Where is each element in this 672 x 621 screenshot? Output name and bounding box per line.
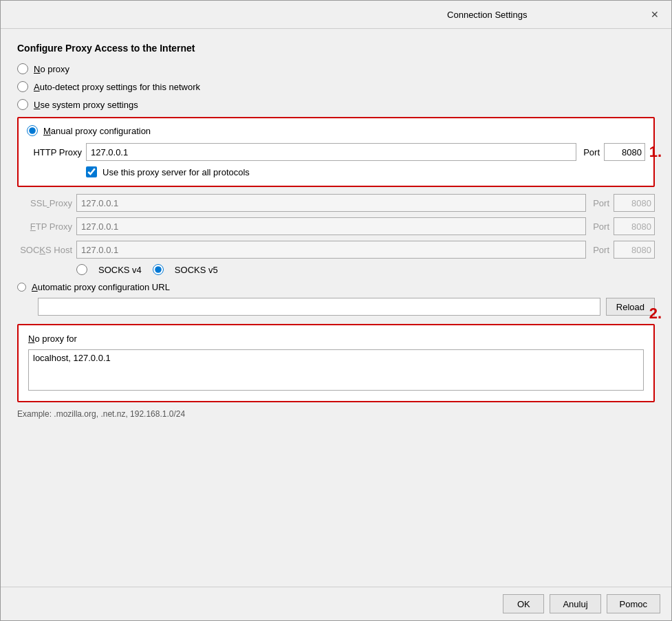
- socks-port-label: Port: [593, 245, 609, 255]
- manual-proxy-radio[interactable]: [27, 125, 38, 136]
- socks-v4-label[interactable]: SOCKS v4: [98, 265, 142, 275]
- socks-host-row: SOCKS Host Port: [17, 241, 655, 259]
- no-proxy-for-title: No proxy for: [28, 334, 644, 344]
- socks-v5-label[interactable]: SOCKS v5: [175, 265, 218, 275]
- auto-url-input[interactable]: [38, 298, 600, 316]
- auto-detect-row: Auto-detect proxy settings for this netw…: [17, 81, 655, 92]
- http-port-label: Port: [583, 147, 600, 157]
- reload-button[interactable]: Reload: [606, 298, 655, 316]
- http-port-input[interactable]: 8080: [604, 143, 645, 161]
- manual-proxy-label[interactable]: Manual proxy configuration: [43, 126, 151, 136]
- system-proxy-row: Use system proxy settings: [17, 99, 655, 110]
- socks-v4-radio[interactable]: [76, 264, 87, 275]
- http-proxy-label: HTTP Proxy: [27, 147, 82, 157]
- auto-detect-radio[interactable]: [17, 81, 28, 92]
- system-proxy-radio[interactable]: [17, 99, 28, 110]
- auto-detect-label[interactable]: Auto-detect proxy settings for this netw…: [34, 82, 200, 92]
- use-all-protocols-label[interactable]: Use this proxy server for all protocols: [102, 167, 250, 177]
- auto-url-label[interactable]: Automatic proxy configuration URL: [32, 282, 170, 292]
- no-proxy-for-textarea[interactable]: localhost, 127.0.0.1: [28, 349, 644, 391]
- http-proxy-row: HTTP Proxy 127.0.0.1 Port 8080: [27, 143, 645, 161]
- socks-version-row: SOCKS v4 SOCKS v5: [76, 264, 655, 275]
- socks-port-input[interactable]: [614, 241, 655, 259]
- dialog-title: Connection Settings: [328, 10, 647, 20]
- ftp-port-input[interactable]: [614, 217, 655, 235]
- ok-button[interactable]: OK: [503, 594, 544, 613]
- ftp-proxy-label: FTP Proxy: [17, 221, 72, 232]
- ssl-proxy-row: SSL Proxy Port: [17, 194, 655, 212]
- ftp-proxy-row: FTP Proxy Port: [17, 217, 655, 235]
- no-proxy-label[interactable]: No proxy: [34, 64, 69, 74]
- ssl-proxy-input[interactable]: [76, 194, 586, 212]
- manual-proxy-wrapper: Manual proxy configuration HTTP Proxy 12…: [17, 117, 655, 187]
- connection-settings-dialog: Connection Settings ✕ Configure Proxy Ac…: [0, 0, 672, 621]
- use-all-protocols-checkbox[interactable]: [86, 166, 97, 177]
- ssl-port-label: Port: [593, 198, 609, 208]
- ftp-port-label: Port: [593, 221, 609, 232]
- title-bar: Connection Settings ✕: [1, 1, 671, 29]
- help-button[interactable]: Pomoc: [607, 594, 660, 613]
- http-proxy-input[interactable]: 127.0.0.1: [86, 143, 576, 161]
- socks-v5-radio[interactable]: [153, 264, 164, 275]
- cancel-button[interactable]: Anuluj: [550, 594, 600, 613]
- ssl-proxy-label: SSL Proxy: [17, 198, 72, 208]
- socks-host-input[interactable]: [76, 241, 586, 259]
- manual-proxy-box: Manual proxy configuration HTTP Proxy 12…: [17, 117, 655, 187]
- socks-host-label: SOCKS Host: [17, 245, 72, 255]
- no-proxy-for-box: No proxy for localhost, 127.0.0.1: [17, 324, 655, 402]
- auto-proxy-url-row: Automatic proxy configuration URL: [17, 282, 655, 292]
- close-button[interactable]: ✕: [647, 6, 663, 23]
- auto-url-radio[interactable]: [17, 283, 26, 292]
- section-title: Configure Proxy Access to the Internet: [17, 43, 655, 54]
- ssl-port-input[interactable]: [614, 194, 655, 212]
- no-proxy-row: No proxy: [17, 63, 655, 74]
- example-text: Example: .mozilla.org, .net.nz, 192.168.…: [17, 409, 655, 419]
- scroll-area: Configure Proxy Access to the Internet N…: [1, 29, 671, 587]
- auto-url-input-row: Reload 2.: [38, 298, 655, 316]
- manual-proxy-radio-row: Manual proxy configuration: [27, 125, 645, 136]
- use-all-protocols-row: Use this proxy server for all protocols: [86, 166, 645, 177]
- system-proxy-label[interactable]: Use system proxy settings: [34, 100, 138, 110]
- footer: OK Anuluj Pomoc: [1, 587, 671, 620]
- ftp-proxy-input[interactable]: [76, 217, 586, 235]
- no-proxy-radio[interactable]: [17, 63, 28, 74]
